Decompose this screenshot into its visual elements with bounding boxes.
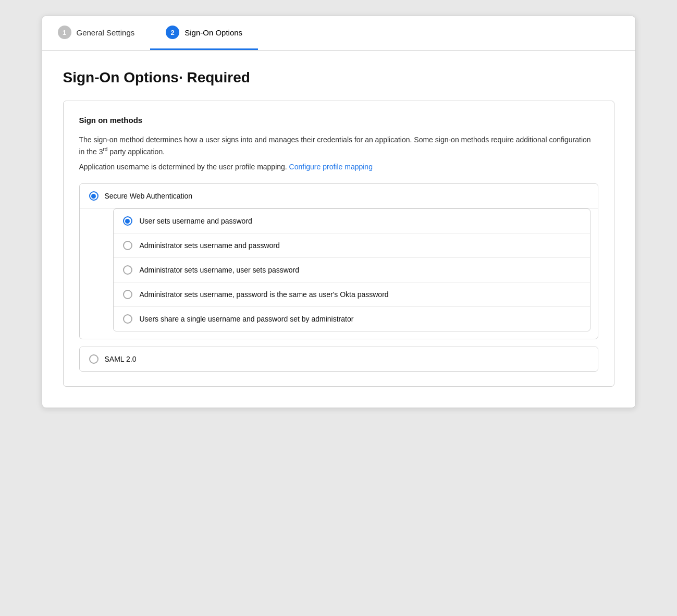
tab-general-settings[interactable]: 1 General Settings — [42, 16, 151, 50]
description-paragraph: The sign-on method determines how a user… — [79, 134, 598, 157]
tab-label-general: General Settings — [77, 28, 135, 37]
radio-admin-okta[interactable] — [123, 290, 132, 299]
tabs-container: 1 General Settings 2 Sign-On Options — [42, 16, 635, 51]
label-admin-okta: Administrator sets username, password is… — [140, 290, 389, 299]
saml-main-option[interactable]: SAML 2.0 — [80, 347, 598, 371]
card-section-title: Sign on methods — [79, 116, 598, 125]
saml-label: SAML 2.0 — [105, 355, 137, 363]
tab-number-1: 1 — [58, 26, 71, 39]
label-user-sets: User sets username and password — [140, 217, 252, 225]
sign-on-methods-card: Sign on methods The sign-on method deter… — [63, 101, 614, 387]
label-admin-user: Administrator sets username, user sets p… — [140, 266, 300, 274]
swa-main-option[interactable]: Secure Web Authentication — [80, 184, 598, 208]
swa-radio-button[interactable] — [89, 191, 99, 201]
option-admin-okta[interactable]: 4 Administrator sets username, password … — [114, 282, 590, 307]
tab-number-2: 2 — [166, 26, 179, 39]
option-admin-user[interactable]: 3 Administrator sets username, user sets… — [114, 258, 590, 282]
label-shared: Users share a single username and passwo… — [140, 315, 354, 323]
radio-shared[interactable] — [123, 314, 132, 324]
radio-admin-sets[interactable] — [123, 241, 132, 250]
tab-sign-on-options[interactable]: 2 Sign-On Options — [150, 16, 258, 50]
configure-profile-mapping-link[interactable]: Configure profile mapping — [289, 163, 373, 171]
saml-radio-group: SAML 2.0 — [79, 347, 598, 372]
saml-radio-button[interactable] — [89, 354, 99, 364]
profile-mapping-row: Application username is determined by th… — [79, 163, 598, 171]
option-admin-sets[interactable]: 2 Administrator sets username and passwo… — [114, 233, 590, 258]
page-title: Sign-On Options· Required — [63, 69, 614, 86]
tab-label-signon: Sign-On Options — [184, 28, 242, 37]
radio-user-sets[interactable] — [123, 216, 132, 226]
option-user-sets[interactable]: 1 User sets username and password — [114, 209, 590, 233]
app-window: 1 General Settings 2 Sign-On Options Sig… — [42, 16, 636, 408]
option-shared[interactable]: 5 Users share a single username and pass… — [114, 307, 590, 331]
swa-sub-options: 1 User sets username and password 2 Admi… — [113, 208, 590, 331]
swa-radio-group: Secure Web Authentication 1 User sets us… — [79, 183, 598, 339]
main-content: Sign-On Options· Required Sign on method… — [42, 51, 635, 408]
radio-admin-user[interactable] — [123, 265, 132, 275]
swa-label: Secure Web Authentication — [105, 192, 193, 200]
swa-sub-options-wrapper: 1 User sets username and password 2 Admi… — [80, 208, 598, 331]
label-admin-sets: Administrator sets username and password — [140, 241, 280, 250]
